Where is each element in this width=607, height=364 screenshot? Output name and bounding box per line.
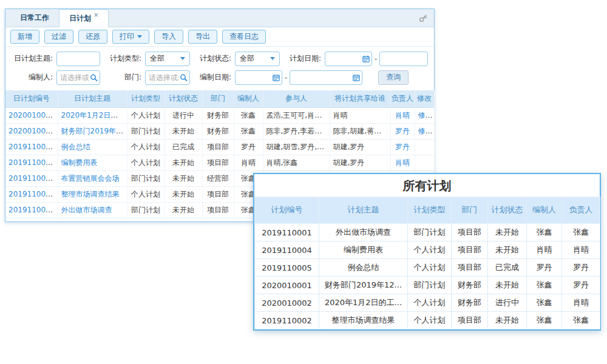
plan-id-cell: 2019110002 xyxy=(255,312,319,329)
plan-status-cell: 已完成 xyxy=(488,259,527,277)
plan-status-cell: 未开始 xyxy=(164,170,202,186)
tab-daily-work[interactable]: 日常工作 xyxy=(10,9,59,27)
calendar-icon[interactable] xyxy=(362,55,370,62)
column-header: 负责人 xyxy=(390,90,415,107)
table-header-row: 计划编号 计划主题 计划类型 部门 计划状态 编制人 负责人 xyxy=(255,197,600,224)
plan-subject-link[interactable]: 外出做市场调查 xyxy=(61,206,112,214)
restore-button[interactable]: 还原 xyxy=(78,30,107,44)
chevron-down-icon xyxy=(137,35,142,38)
page-title: 所有计划 xyxy=(254,174,600,197)
creator-cell: 张鑫 xyxy=(527,277,562,294)
plan-status-select[interactable]: 全部 xyxy=(235,52,280,66)
column-header: 参与人 xyxy=(263,90,330,107)
import-button[interactable]: 导入 xyxy=(154,30,183,44)
select-value: 全部 xyxy=(150,53,164,64)
plan-subject-link[interactable]: 整理市场调查结果 xyxy=(61,190,120,198)
plan-type-cell: 个人计划 xyxy=(127,155,164,170)
plan-id-link[interactable]: 2019110004 xyxy=(8,158,55,167)
column-header: 计划状态 xyxy=(488,197,527,224)
plan-id-link[interactable]: 2020010001 xyxy=(8,127,55,135)
plan-subject-link[interactable]: 财务部门2019年12月的... xyxy=(61,127,127,135)
plan-type-cell: 部门计划 xyxy=(127,123,164,139)
owner-link[interactable]: 罗丹 xyxy=(395,127,410,135)
plan-subject-cell: 2020年1月2日的工... xyxy=(319,294,408,312)
plan-date-end-input[interactable] xyxy=(380,52,427,66)
participants-cell: 孟浩,王可可,肖晴,张鑫 xyxy=(263,107,330,123)
daily-plan-subject-input[interactable] xyxy=(57,52,100,66)
table-row[interactable]: 2019110004 编制费用表 个人计划 未开始 项目部 肖晴 肖晴,张鑫 胡… xyxy=(5,155,434,170)
all-plans-table: 计划编号 计划主题 计划类型 部门 计划状态 编制人 负责人 201911000… xyxy=(254,197,600,329)
calendar-icon[interactable] xyxy=(273,74,280,81)
dept-cell: 项目部 xyxy=(452,224,488,241)
owner-link[interactable]: 肖晴 xyxy=(395,158,410,167)
plan-subject-cell: 编制费用表 xyxy=(319,241,408,259)
plan-status-cell: 未开始 xyxy=(164,155,202,170)
plan-subject-link[interactable]: 编制费用表 xyxy=(61,158,98,167)
owner-cell: 张鑫 xyxy=(562,312,600,329)
creator-cell: 张鑫 xyxy=(527,224,562,241)
key-icon[interactable] xyxy=(419,13,428,25)
table-row: 2019110002 整理市场调查结果 个人计划 项目部 未开始 张鑫 张鑫 xyxy=(255,312,600,329)
search-button[interactable]: 查询 xyxy=(378,70,409,85)
creator-cell: 张鑫 xyxy=(527,312,562,329)
creator-cell: 肖晴 xyxy=(234,155,263,170)
dept-cell: 财务部 xyxy=(202,107,234,123)
plan-id-cell: 2020010001 xyxy=(255,277,319,294)
view-log-button[interactable]: 查看日志 xyxy=(222,30,266,44)
table-row[interactable]: 2020010001 财务部门2019年12月的... 部门计划 未开始 财务部… xyxy=(5,123,434,139)
desktop: 日常工作 日计划× 新增 过滤 还原 打印 导入 导出 查看日志 日计划主题: … xyxy=(0,0,607,364)
plan-status-cell: 未开始 xyxy=(488,312,527,329)
plan-type-select[interactable]: 全部 xyxy=(145,52,190,66)
table-row: 2019110004 编制费用表 个人计划 项目部 未开始 肖晴 肖晴 xyxy=(255,241,600,259)
plan-status-cell: 未开始 xyxy=(488,224,527,241)
subject-label: 日计划主题: xyxy=(10,53,56,64)
export-button[interactable]: 导出 xyxy=(188,30,217,44)
plan-id-link[interactable]: 2019110002 xyxy=(8,190,55,198)
table-row[interactable]: 2020010002 2020年1月2日的工作日... 个人计划 进行中 财务部… xyxy=(5,107,434,123)
search-icon[interactable] xyxy=(180,73,188,81)
owner-link[interactable]: 肖晴 xyxy=(395,111,410,120)
tab-daily-plan[interactable]: 日计划× xyxy=(59,9,109,27)
search-icon[interactable] xyxy=(90,73,98,81)
plan-subject-link[interactable]: 例会总结 xyxy=(61,143,90,151)
plan-id-cell: 2020010002 xyxy=(255,294,319,312)
owner-cell: 罗丹 xyxy=(562,259,600,277)
print-button[interactable]: 打印 xyxy=(112,30,149,44)
filter-button[interactable]: 过滤 xyxy=(44,30,73,44)
dept-cell: 经营部 xyxy=(202,170,234,186)
plan-id-link[interactable]: 2019110003 xyxy=(8,174,55,183)
column-header: 计划状态 xyxy=(164,90,202,107)
chevron-down-icon xyxy=(270,57,275,60)
owner-cell: 肖晴 xyxy=(562,241,600,259)
shared-with-cell: 肖晴 xyxy=(330,107,390,123)
created-date-end-input[interactable] xyxy=(290,71,362,84)
plan-subject-cell: 例会总结 xyxy=(319,259,408,277)
dept-cell: 财务部 xyxy=(452,294,488,312)
plan-type-cell: 个人计划 xyxy=(127,139,164,155)
button-label: 新增 xyxy=(18,32,32,42)
plan-subject-link[interactable]: 2020年1月2日的工作日... xyxy=(61,111,127,120)
dept-label: 部门: xyxy=(100,72,145,83)
plan-status-cell: 未开始 xyxy=(488,277,527,294)
modify-link[interactable]: 修改 xyxy=(418,111,433,120)
participants-cell: 肖晴,张鑫 xyxy=(263,155,330,170)
table-row[interactable]: 2019110005 例会总结 个人计划 已完成 项目部 罗丹 胡建,胡雪,罗丹… xyxy=(5,139,434,155)
plan-id-link[interactable]: 2019110005 xyxy=(8,143,55,151)
date-separator: - xyxy=(372,55,379,63)
plan-id-link[interactable]: 2019110001 xyxy=(8,206,55,214)
plan-status-cell: 未开始 xyxy=(164,186,202,202)
new-button[interactable]: 新增 xyxy=(10,30,39,44)
plan-id-link[interactable]: 2020010002 xyxy=(8,111,55,120)
close-icon[interactable]: × xyxy=(93,12,98,18)
participants-cell: 陈非,罗丹,李若若,罗... xyxy=(263,123,330,139)
column-header: 计划类型 xyxy=(408,197,452,224)
owner-link[interactable]: 罗丹 xyxy=(395,143,410,151)
plan-subject-link[interactable]: 布置营销展会会场 xyxy=(61,174,120,183)
plan-type-cell: 个人计划 xyxy=(127,107,164,123)
modify-link[interactable]: 修改 xyxy=(418,127,433,135)
column-header: 计划类型 xyxy=(127,90,164,107)
calendar-icon[interactable] xyxy=(353,74,360,81)
owner-cell: 罗丹 xyxy=(562,277,600,294)
filter-area: 日计划主题: 计划类型: 全部 计划状态: 全部 计划日期: - xyxy=(5,47,434,90)
button-label: 查看日志 xyxy=(229,32,259,42)
